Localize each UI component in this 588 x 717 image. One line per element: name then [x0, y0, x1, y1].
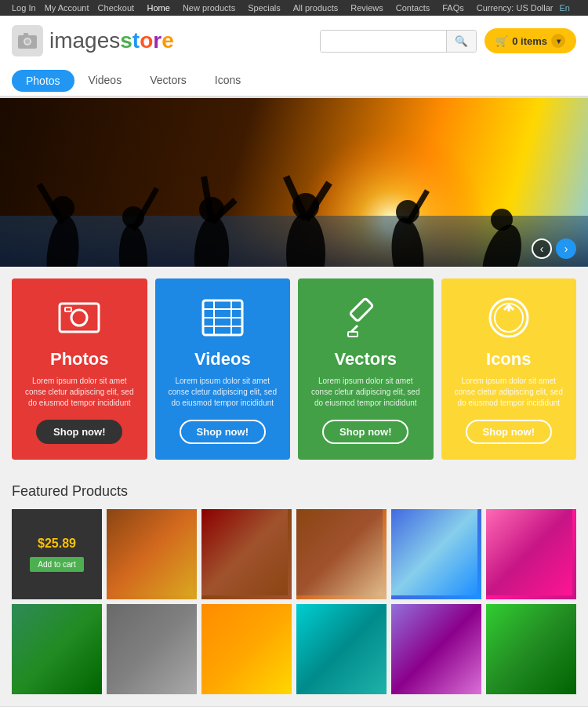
category-card-icons: Icons Lorem ipsum dolor sit amet conse c… — [441, 278, 577, 460]
category-card-vectors: Vectors Lorem ipsum dolor sit amet conse… — [298, 278, 434, 460]
search-input[interactable] — [321, 31, 446, 52]
category-card-photos: Photos Lorem ipsum dolor sit amet conse … — [12, 278, 147, 460]
svg-rect-3 — [24, 33, 28, 36]
product-thumb-9[interactable] — [201, 604, 292, 694]
product-thumb-2[interactable] — [107, 509, 197, 599]
product-thumb-6[interactable] — [486, 509, 576, 599]
checkout-link[interactable]: Checkout — [98, 3, 134, 13]
vectors-desc: Lorem ipsum dolor sit amet conse cletur … — [310, 376, 422, 409]
icons-category-icon — [485, 294, 532, 341]
product-thumb-4[interactable] — [296, 509, 387, 599]
specials-nav-link[interactable]: Specials — [248, 3, 281, 13]
hero-prev-button[interactable]: ‹ — [532, 238, 552, 259]
all-products-nav-link[interactable]: All products — [293, 3, 338, 13]
hero-next-button[interactable]: › — [556, 238, 576, 259]
photos-shop-button[interactable]: Shop now! — [36, 420, 122, 444]
search-icon: 🔍 — [455, 35, 468, 47]
cart-dropdown-icon: ▾ — [551, 34, 565, 48]
icons-shop-button[interactable]: Shop now! — [466, 420, 552, 444]
product-thumb-8[interactable] — [107, 604, 197, 694]
top-bar-left: Log In My Account Checkout — [12, 3, 140, 13]
product-image-5 — [391, 509, 477, 595]
hero-banner: ‹ › — [0, 98, 588, 267]
svg-rect-13 — [350, 298, 373, 322]
product-thumb-3[interactable] — [201, 509, 292, 599]
logo: imagesstore — [12, 25, 174, 56]
language-link[interactable]: En — [560, 3, 570, 13]
video-category-icon — [199, 294, 246, 341]
category-cards: Photos Lorem ipsum dolor sit amet conse … — [0, 267, 588, 471]
featured-title: Featured Products — [12, 483, 576, 500]
tab-videos[interactable]: Videos — [74, 66, 136, 96]
svg-line-14 — [351, 326, 358, 332]
photos-desc: Lorem ipsum dolor sit amet conse cletur … — [24, 376, 136, 409]
logo-t: t — [132, 28, 140, 53]
product-image-4 — [296, 509, 383, 595]
tab-icons[interactable]: Icons — [201, 66, 255, 96]
product-thumb-10[interactable] — [296, 604, 387, 694]
logo-icon — [12, 25, 43, 56]
product-thumb-12[interactable] — [486, 604, 576, 694]
new-products-nav-link[interactable]: New products — [183, 3, 235, 13]
photo-category-icon — [56, 294, 103, 341]
reviews-nav-link[interactable]: Reviews — [350, 3, 383, 13]
videos-title: Videos — [194, 349, 251, 369]
category-card-videos: Videos Lorem ipsum dolor sit amet conse … — [155, 278, 291, 460]
cart-count: 0 items — [512, 35, 547, 47]
vector-category-icon — [342, 294, 389, 341]
videos-shop-button[interactable]: Shop now! — [180, 420, 266, 444]
contacts-nav-link[interactable]: Contacts — [396, 3, 430, 13]
product-image-6 — [486, 509, 572, 595]
tab-vectors[interactable]: Vectors — [136, 66, 201, 96]
search-box: 🔍 — [320, 30, 477, 53]
cart-icon: 🛒 — [495, 35, 508, 47]
product-thumb-1[interactable]: $25.89 Add to cart — [12, 509, 102, 599]
nav-tabs: Photos Videos Vectors Icons — [0, 66, 588, 98]
product-image-3 — [201, 509, 288, 595]
tab-photos[interactable]: Photos — [12, 70, 74, 92]
my-account-link[interactable]: My Account — [45, 3, 89, 13]
icons-title: Icons — [486, 349, 531, 369]
add-to-cart-button[interactable]: Add to cart — [30, 557, 83, 572]
product-thumb-11[interactable] — [391, 604, 481, 694]
logo-r: r — [153, 28, 162, 53]
videos-desc: Lorem ipsum dolor sit amet conse cletur … — [167, 376, 279, 409]
header: imagesstore 🔍 🛒 0 items ▾ — [0, 16, 588, 66]
logo-e: e — [162, 28, 174, 53]
logo-images: images — [49, 28, 120, 53]
product-thumb-7[interactable] — [12, 604, 102, 694]
search-button[interactable]: 🔍 — [446, 31, 476, 52]
product-image-2 — [107, 509, 193, 595]
top-bar-right: Home New products Specials All products … — [147, 3, 576, 13]
vectors-title: Vectors — [335, 349, 397, 369]
product-thumb-5[interactable] — [391, 509, 481, 599]
products-grid: $25.89 Add to cart — [12, 509, 576, 694]
logo-o: o — [140, 28, 153, 53]
svg-point-2 — [25, 39, 30, 44]
top-bar: Log In My Account Checkout Home New prod… — [0, 0, 588, 16]
footer: Copyright © 2013 ZenCart. Powered by Zen… — [0, 706, 588, 717]
login-link[interactable]: Log In — [12, 3, 36, 13]
home-nav-link[interactable]: Home — [147, 3, 170, 13]
logo-text: imagesstore — [49, 28, 174, 53]
hero-image — [0, 98, 588, 267]
svg-rect-15 — [348, 332, 358, 337]
faqs-nav-link[interactable]: FAQs — [442, 3, 464, 13]
svg-point-5 — [71, 310, 87, 326]
featured-products: Featured Products $25.89 Add to cart — [0, 471, 588, 706]
currency-selector[interactable]: Currency: US Dollar — [477, 3, 554, 13]
product-price-text: $25.89 — [38, 537, 76, 551]
camera-icon — [16, 30, 38, 52]
svg-rect-6 — [65, 308, 71, 311]
product-price-overlay: $25.89 Add to cart — [12, 509, 102, 599]
vectors-shop-button[interactable]: Shop now! — [322, 420, 408, 444]
photos-title: Photos — [50, 349, 109, 369]
cart-button[interactable]: 🛒 0 items ▾ — [485, 28, 576, 53]
logo-s: s — [120, 28, 132, 53]
hero-navigation: ‹ › — [532, 238, 576, 259]
header-right: 🔍 🛒 0 items ▾ — [320, 28, 576, 53]
icons-desc: Lorem ipsum dolor sit amet conse cletur … — [453, 376, 565, 409]
